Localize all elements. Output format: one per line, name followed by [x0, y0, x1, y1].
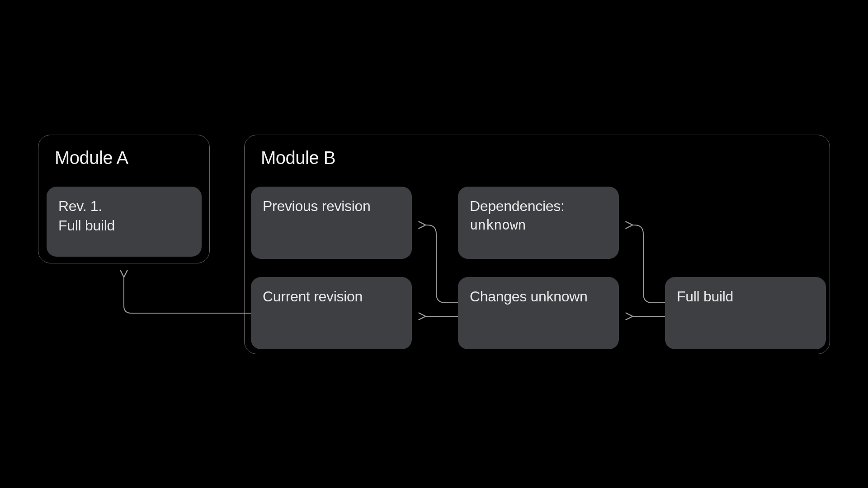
module-b-title: Module B: [261, 148, 821, 168]
previous-revision-label: Previous revision: [263, 198, 371, 214]
module-a-card: Rev. 1. Full build: [47, 187, 202, 257]
full-build-card: Full build: [665, 277, 826, 349]
dependencies-card: Dependencies: unknown: [458, 187, 619, 259]
module-a-card-line1: Rev. 1.: [58, 197, 190, 216]
module-a-card-line2: Full build: [58, 216, 190, 235]
previous-revision-card: Previous revision: [251, 187, 412, 259]
dependencies-line2: unknown: [470, 216, 607, 235]
changes-card: Changes unknown: [458, 277, 619, 349]
module-a-title: Module A: [55, 148, 201, 168]
current-revision-label: Current revision: [263, 288, 363, 305]
changes-label: Changes unknown: [470, 288, 588, 305]
current-revision-card: Current revision: [251, 277, 412, 349]
dependencies-line1: Dependencies:: [470, 197, 607, 216]
full-build-label: Full build: [677, 288, 733, 305]
